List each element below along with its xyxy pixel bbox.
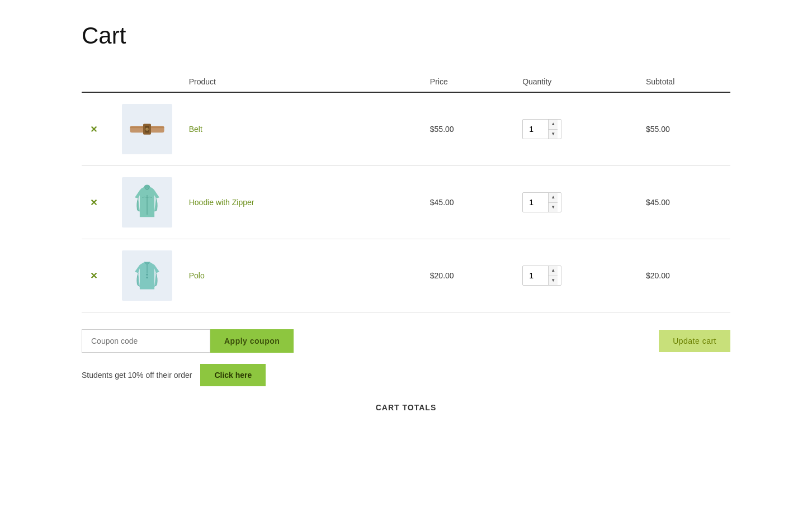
product-price-hoodie: $45.00: [430, 198, 454, 207]
remove-cell: ✕: [82, 239, 114, 312]
table-row: ✕ Polo $20.00: [82, 239, 730, 312]
qty-field-belt[interactable]: [523, 122, 548, 136]
student-discount-section: Students get 10% off their order Click h…: [82, 364, 730, 386]
product-image-polo: [122, 250, 172, 301]
apply-coupon-button[interactable]: Apply coupon: [210, 329, 294, 353]
price-cell: $20.00: [422, 239, 514, 312]
qty-field-hoodie[interactable]: [523, 196, 548, 209]
quantity-cell: ▲ ▼: [514, 166, 638, 239]
image-cell: [114, 166, 181, 239]
qty-up-belt[interactable]: ▲: [549, 120, 558, 130]
col-header-product: Product: [181, 72, 422, 92]
col-header-image: [114, 72, 181, 92]
price-cell: $45.00: [422, 166, 514, 239]
quantity-cell: ▲ ▼: [514, 239, 638, 312]
price-cell: $55.00: [422, 92, 514, 166]
qty-down-hoodie[interactable]: ▼: [549, 203, 558, 212]
product-subtotal-belt: $55.00: [646, 125, 670, 134]
qty-down-polo[interactable]: ▼: [549, 276, 558, 286]
student-discount-text: Students get 10% off their order: [82, 371, 192, 380]
table-row: ✕ Belt $55.00: [82, 92, 730, 166]
product-subtotal-hoodie: $45.00: [646, 198, 670, 207]
remove-button-hoodie[interactable]: ✕: [90, 197, 97, 208]
product-link-belt[interactable]: Belt: [189, 125, 202, 134]
remove-cell: ✕: [82, 92, 114, 166]
col-header-subtotal: Subtotal: [638, 72, 730, 92]
click-here-button[interactable]: Click here: [200, 364, 266, 386]
cart-actions: Apply coupon Update cart: [82, 329, 730, 353]
coupon-input[interactable]: [82, 329, 210, 353]
quantity-input-belt: ▲ ▼: [522, 119, 561, 139]
subtotal-cell: $20.00: [638, 239, 730, 312]
quantity-cell: ▲ ▼: [514, 92, 638, 166]
qty-down-belt[interactable]: ▼: [549, 130, 558, 139]
product-link-polo[interactable]: Polo: [189, 271, 205, 280]
quantity-input-polo: ▲ ▼: [522, 266, 561, 286]
image-cell: [114, 92, 181, 166]
qty-up-hoodie[interactable]: ▲: [549, 193, 558, 203]
product-name-cell: Polo: [181, 239, 422, 312]
svg-point-10: [146, 274, 148, 276]
subtotal-cell: $45.00: [638, 166, 730, 239]
remove-button-polo[interactable]: ✕: [90, 271, 97, 281]
cart-totals-title: CART TOTALS: [82, 403, 730, 412]
product-image-belt: [122, 104, 172, 154]
image-cell: [114, 239, 181, 312]
update-cart-button[interactable]: Update cart: [659, 330, 730, 352]
col-header-remove: [82, 72, 114, 92]
col-header-quantity: Quantity: [514, 72, 638, 92]
qty-up-polo[interactable]: ▲: [549, 266, 558, 276]
product-subtotal-polo: $20.00: [646, 271, 670, 280]
svg-point-11: [146, 277, 148, 279]
product-name-cell: Hoodie with Zipper: [181, 166, 422, 239]
col-header-price: Price: [422, 72, 514, 92]
quantity-input-hoodie: ▲ ▼: [522, 192, 561, 212]
remove-cell: ✕: [82, 166, 114, 239]
svg-point-7: [144, 185, 150, 189]
product-link-hoodie[interactable]: Hoodie with Zipper: [189, 198, 254, 207]
product-name-cell: Belt: [181, 92, 422, 166]
qty-field-polo[interactable]: [523, 269, 548, 282]
product-price-polo: $20.00: [430, 271, 454, 280]
table-row: ✕ Hoodie with Zipper $45.00: [82, 166, 730, 239]
subtotal-cell: $55.00: [638, 92, 730, 166]
product-image-hoodie: [122, 177, 172, 228]
coupon-section: Apply coupon: [82, 329, 294, 353]
page-title: Cart: [82, 22, 730, 49]
product-price-belt: $55.00: [430, 125, 454, 134]
remove-button-belt[interactable]: ✕: [90, 124, 97, 135]
cart-table: Product Price Quantity Subtotal ✕: [82, 72, 730, 312]
